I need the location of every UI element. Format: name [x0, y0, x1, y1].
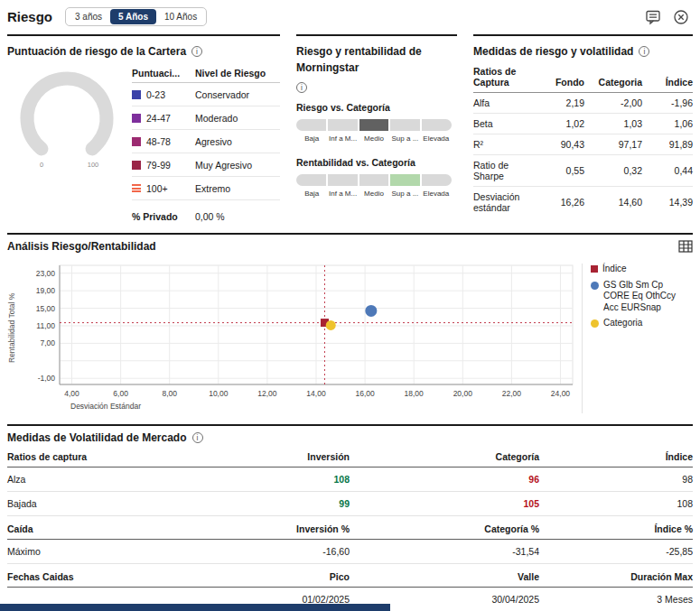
svg-text:20,00: 20,00	[453, 389, 473, 398]
risk-measures-table: Ratios de Captura Fondo Categoria Índice…	[473, 66, 693, 218]
morningstar-title: Riesgo y rentabilidad de Morningstar	[296, 45, 422, 74]
range-label: 24-47	[146, 113, 171, 124]
svg-text:19,00: 19,00	[36, 286, 56, 295]
table-row: Ratio de Sharpe 0,55 0,32 0,44	[473, 155, 693, 187]
level-label: Agresivo	[195, 136, 280, 147]
svg-text:12,00: 12,00	[257, 389, 277, 398]
range-label: 100+	[146, 183, 168, 194]
feedback-icon[interactable]	[645, 9, 661, 25]
svg-text:8,00: 8,00	[162, 389, 177, 398]
table-row: 100+ Extremo	[132, 177, 280, 200]
return-vs-category-bar	[296, 174, 452, 186]
table-view-icon[interactable]	[678, 240, 693, 253]
svg-text:4,00: 4,00	[64, 389, 79, 398]
gauge-max-label: 100	[88, 161, 99, 169]
risk-return-analysis-section: Análisis Riesgo/Rentabilidad Rentabilida…	[7, 233, 693, 413]
drawdown-header: Caída Inversión % Categoría % Índice %	[7, 516, 693, 540]
capture-ratios-header: Ratios de captura Inversión Categoría Ín…	[7, 444, 693, 468]
conservative-color-swatch	[132, 90, 141, 99]
period-5y-button[interactable]: 5 Años	[110, 9, 156, 24]
info-icon[interactable]: i	[639, 46, 649, 57]
risk-return-chart: 4,006,008,0010,0012,0014,0016,0018,0020,…	[20, 260, 582, 413]
market-volatility-section: Medidas de Volatilidad de Mercadoi Ratio…	[7, 424, 693, 611]
table-row: 24-47 Moderado	[132, 106, 280, 130]
return-vs-category-label: Rentabilidad vs. Categoría	[296, 157, 457, 168]
risk-level-table-header: Puntuaci... Nivel de Riesgo	[132, 66, 280, 83]
segment-below-avg	[328, 174, 358, 186]
segment-medium	[359, 119, 389, 131]
svg-text:22,00: 22,00	[502, 389, 522, 398]
chart-legend: Índice GS Glb Sm Cp CORE Eq OthCcy Acc E…	[582, 264, 683, 413]
table-row: Beta 1,02 1,03 1,06	[473, 114, 693, 134]
return-scale-labels: Baja Inf a M... Medio Sup a ... Elevada	[296, 190, 452, 198]
info-icon[interactable]: i	[191, 46, 202, 57]
period-10y-button[interactable]: 10 Años	[156, 9, 205, 24]
portfolio-risk-title: Puntuación de riesgo de la Cartera	[7, 45, 186, 58]
category-marker	[591, 319, 599, 328]
svg-text:11,00: 11,00	[36, 321, 55, 330]
period-toggle: 3 años 5 Años 10 Años	[65, 7, 207, 26]
table-row: Desviación estándar 16,26 14,60 14,39	[473, 187, 693, 218]
very-aggressive-color-swatch	[132, 161, 141, 170]
risk-vs-category-label: Riesgo vs. Categoría	[296, 102, 457, 113]
table-row: 0-23 Conservador	[132, 83, 280, 106]
risk-vs-category-bar	[296, 119, 452, 131]
page-title: Riesgo	[7, 9, 52, 24]
segment-low	[296, 119, 326, 131]
svg-text:15,00: 15,00	[36, 304, 56, 313]
risk-score-gauge: 0 100	[7, 66, 126, 222]
drawdown-dates-header: Fechas Caidas Pico Valle Duración Max	[7, 564, 693, 588]
risk-scale-labels: Baja Inf a M... Medio Sup a ... Elevada	[296, 134, 452, 143]
segment-above-avg	[390, 119, 420, 131]
close-icon[interactable]	[673, 9, 689, 25]
y-axis-label: Rentabilidad Total %	[7, 260, 20, 395]
svg-text:6,00: 6,00	[113, 389, 128, 398]
legend-item-fund: GS Glb Sm Cp CORE Eq OthCcy Acc EURSnap	[591, 280, 683, 314]
risk-level-table: Puntuaci... Nivel de Riesgo 0-23 Conserv…	[132, 66, 280, 222]
segment-medium	[359, 174, 389, 186]
aggressive-color-swatch	[132, 137, 141, 146]
segment-high	[422, 174, 452, 186]
svg-text:18,00: 18,00	[405, 389, 425, 398]
level-label: Moderado	[195, 113, 280, 124]
range-label: 79-99	[146, 160, 171, 171]
portfolio-risk-section: Puntuación de riesgo de la Carterai 0 10…	[7, 34, 280, 222]
risk-measures-section: Medidas de riesgo y volatilidadi Ratios …	[473, 34, 693, 222]
header-icons	[645, 9, 693, 25]
private-value: 0,00 %	[195, 211, 280, 222]
segment-below-avg	[328, 119, 358, 131]
page-header: Riesgo 3 años 5 Años 10 Años	[0, 0, 700, 31]
market-volatility-title: Medidas de Volatilidad de Mercado	[7, 431, 187, 444]
private-percent-row: % Privado 0,00 %	[132, 200, 280, 222]
svg-text:16,00: 16,00	[355, 389, 375, 398]
table-row: Bajada 99 105 108	[7, 492, 693, 516]
info-icon[interactable]: i	[192, 432, 203, 443]
next-section-bar	[0, 604, 390, 611]
col-score-label: Puntuaci...	[132, 68, 195, 79]
period-3y-button[interactable]: 3 años	[67, 9, 110, 24]
svg-text:-1,00: -1,00	[38, 374, 56, 383]
table-row: 79-99 Muy Agresivo	[132, 153, 280, 177]
level-label: Muy Agresivo	[195, 160, 280, 171]
extreme-color-swatch	[132, 184, 141, 193]
morningstar-section: Riesgo y rentabilidad de Morningstar i R…	[296, 34, 457, 222]
svg-text:23,00: 23,00	[36, 269, 56, 278]
info-icon[interactable]: i	[296, 82, 307, 93]
summary-columns: Puntuación de riesgo de la Carterai 0 10…	[0, 34, 700, 222]
private-label: % Privado	[132, 211, 195, 222]
table-row: R² 90,43 97,17 91,89	[473, 134, 693, 155]
segment-above-avg	[390, 174, 420, 186]
level-label: Conservador	[195, 89, 280, 100]
risk-measures-title: Medidas de riesgo y volatilidad	[473, 45, 633, 58]
level-label: Extremo	[195, 183, 280, 194]
svg-text:10,00: 10,00	[209, 389, 229, 398]
gauge-min-label: 0	[40, 161, 43, 169]
svg-text:24,00: 24,00	[551, 389, 571, 398]
range-label: 48-78	[146, 136, 171, 147]
table-row: 48-78 Agresivo	[132, 130, 280, 153]
svg-text:Desviación Estándar: Desviación Estándar	[70, 402, 141, 411]
risk-measures-header: Ratios de Captura Fondo Categoria Índice	[473, 66, 693, 93]
index-marker	[591, 265, 598, 273]
legend-item-category: Categoria	[591, 318, 683, 329]
risk-page: Riesgo 3 años 5 Años 10 Años	[0, 0, 700, 611]
